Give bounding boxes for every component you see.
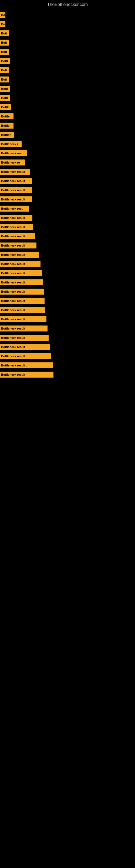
bar-row: Bott	[0, 75, 135, 84]
bar-label: Bottleneck result	[0, 169, 30, 175]
bar-label: Bo	[0, 12, 5, 18]
bar-label: Bottleneck result	[0, 187, 32, 193]
bar-label: Bott	[0, 76, 9, 83]
bar-label: Bottleneck result	[0, 372, 53, 378]
bar-label: Bottleneck result	[0, 307, 45, 313]
bar-row: Bottleneck result	[0, 186, 135, 195]
bar-row: Bottleneck re	[0, 158, 135, 167]
bar-label: Bottleneck result	[0, 344, 50, 350]
bar-row: Bottleneck result	[0, 167, 135, 176]
bar-row: Bottl	[0, 56, 135, 66]
bar-label: Bottleneck resu	[0, 150, 27, 156]
bar-row: Bottleneck result	[0, 195, 135, 204]
bar-label: Bottleneck re	[0, 159, 25, 165]
bars-container: BoBoBottBottBottBottlBottBottBottlBottlB…	[0, 10, 135, 379]
bar-label: Bottler	[0, 123, 13, 129]
bar-label: Bottleneck resu	[0, 206, 29, 212]
bar-label: Bottleneck result	[0, 196, 32, 203]
bar-label: Bottlen	[0, 113, 13, 119]
bar-row: Bottleneck result	[0, 241, 135, 250]
bar-row: Bottleneck result	[0, 269, 135, 278]
bar-row: Bottleneck result	[0, 213, 135, 222]
bar-label: Bo	[0, 21, 5, 27]
bar-row: Bottleneck result	[0, 287, 135, 296]
bar-label: Bottlen	[0, 132, 14, 138]
bar-row: Bottleneck result	[0, 342, 135, 351]
bar-label: Bottleneck result	[0, 252, 39, 258]
bar-row: Bottl	[0, 93, 135, 102]
bar-row: Bottl	[0, 84, 135, 93]
bar-label: Bott	[0, 30, 9, 36]
bar-row: Bott	[0, 29, 135, 38]
bar-label: Bottleneck result	[0, 353, 51, 359]
bar-row: Bott	[0, 47, 135, 56]
bar-label: Bottleneck result	[0, 270, 42, 276]
bar-row: Bottleneck result .	[0, 361, 135, 370]
bar-row: Bottleneck result	[0, 351, 135, 361]
bar-row: Bottleneck result	[0, 333, 135, 342]
bar-label: Bottleneck result	[0, 298, 45, 304]
bar-label: Bottle	[0, 104, 11, 110]
bar-row: Bottleneck r	[0, 140, 135, 149]
bar-row: Bottleneck result	[0, 259, 135, 269]
bar-row: Bottleneck result	[0, 176, 135, 186]
bar-label: Bottleneck result	[0, 326, 48, 332]
bar-row: Bottleneck resu	[0, 149, 135, 158]
site-title: TheBottlenecker.com	[0, 0, 135, 10]
bar-label: Bottleneck result	[0, 243, 37, 248]
bar-row: Bottleneck result	[0, 250, 135, 259]
bar-row: Bottleneck result	[0, 324, 135, 333]
bar-label: Bott	[0, 40, 9, 45]
bar-row: Bottleneck result	[0, 296, 135, 305]
bar-label: Bottl	[0, 58, 10, 64]
bar-label: Bott	[0, 49, 9, 55]
bar-label: Bottleneck result	[0, 233, 35, 239]
bar-row: Bott	[0, 38, 135, 47]
bar-row: Bottleneck result	[0, 305, 135, 315]
bar-row: Bo	[0, 20, 135, 29]
bar-label: Bottleneck result	[0, 261, 41, 267]
bar-label: Bottleneck result	[0, 215, 32, 221]
bar-row: Bottleneck result	[0, 231, 135, 241]
bar-row: Bottlen	[0, 130, 135, 140]
bar-row: Bottlen	[0, 112, 135, 121]
bar-label: Bottleneck result	[0, 289, 44, 294]
bar-row: Bo	[0, 10, 135, 20]
bar-row: Bott	[0, 66, 135, 75]
bar-label: Bottl	[0, 95, 10, 101]
bar-row: Bottleneck result	[0, 278, 135, 287]
bar-label: Bottleneck result	[0, 279, 43, 285]
bar-label: Bott	[0, 67, 9, 73]
bar-label: Bottleneck result	[0, 316, 46, 322]
bar-label: Bottleneck r	[0, 141, 21, 147]
bar-row: Bottler	[0, 121, 135, 130]
bar-label: Bottleneck result	[0, 335, 49, 341]
bar-row: Bottleneck resu	[0, 204, 135, 213]
bar-label: Bottleneck result	[0, 178, 32, 184]
bar-row: Bottleneck result	[0, 315, 135, 324]
bar-label: Bottl	[0, 86, 10, 92]
bar-label: Bottleneck result .	[0, 362, 53, 368]
bar-row: Bottleneck result	[0, 370, 135, 379]
bar-label: Bottleneck result	[0, 224, 33, 230]
bar-row: Bottle	[0, 102, 135, 112]
bar-row: Bottleneck result	[0, 222, 135, 231]
